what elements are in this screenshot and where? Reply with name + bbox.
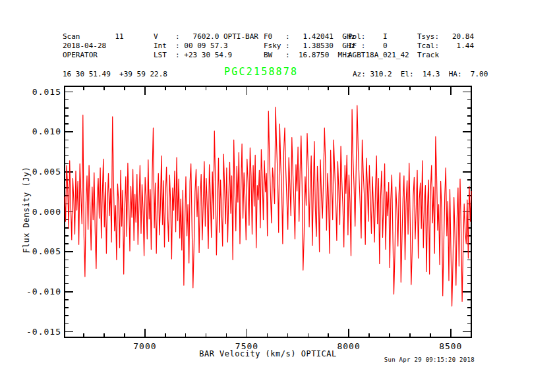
y-tick-label: 0.005 (32, 167, 61, 177)
y-tick-label: 0.015 (32, 87, 61, 97)
spectrum-trace (65, 105, 471, 306)
y-tick-label: 0.010 (32, 126, 61, 136)
y-tick-label: -0.010 (26, 287, 61, 296)
y-tick-label: 0.000 (32, 207, 61, 217)
y-tick-label: -0.005 (26, 246, 61, 256)
y-axis-title: Flux Density (Jy) (22, 167, 31, 253)
spectrum-plot: 70007500800085000.0150.0100.0050.000-0.0… (0, 0, 555, 392)
y-tick-label: -0.015 (26, 327, 61, 337)
trace-layer (65, 105, 471, 306)
gbtidl-plot-window: Scan 11 V : 7602.0 OPTI-BAR F0 : 1.42041… (0, 0, 555, 392)
plot-timestamp: Sun Apr 29 09:15:20 2018 (384, 356, 475, 363)
